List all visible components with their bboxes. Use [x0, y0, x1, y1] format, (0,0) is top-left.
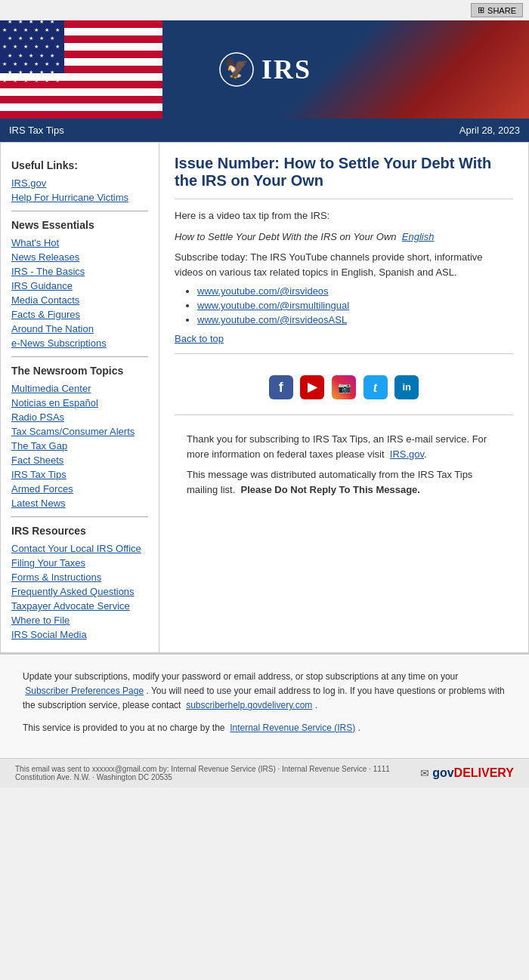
subscriber-preferences-link[interactable]: Subscriber Preferences Page [25, 686, 144, 696]
svg-text:🦅: 🦅 [224, 56, 249, 80]
irs-resources-title: IRS Resources [11, 525, 148, 537]
english-link[interactable]: English [402, 231, 435, 242]
irs-link-bottom[interactable]: Internal Revenue Service (IRS) [230, 723, 355, 733]
youtube-links-list: www.youtube.com/@irsvideos www.youtube.c… [197, 285, 513, 325]
sidebar-item-taxpayer-advocate[interactable]: Taxpayer Advocate Service [11, 600, 148, 612]
sidebar-divider-1 [11, 211, 148, 211]
footer-distributed-text: This message was distributed automatical… [187, 467, 501, 497]
main-layout: Useful Links: IRS.gov Help For Hurricane… [0, 142, 529, 653]
content-divider-2 [175, 353, 513, 354]
sidebar-item-whats-hot[interactable]: What's Hot [11, 237, 148, 248]
service-end: . [358, 723, 360, 733]
sidebar-item-radio-psas[interactable]: Radio PSAs [11, 411, 148, 423]
sidebar-divider-3 [11, 516, 148, 517]
share-button[interactable]: ⊞ SHARE [471, 3, 523, 17]
sidebar-item-social-media[interactable]: IRS Social Media [11, 629, 148, 640]
sidebar-item-faq[interactable]: Frequently Asked Questions [11, 586, 148, 597]
instagram-icon[interactable]: 📷 [332, 375, 356, 399]
stars-decoration: ★ ★ ★ ★ ★ ★ ★ ★ ★ ★ ★ ★ ★ ★ ★ ★ ★ ★ ★ ★ … [2, 20, 62, 85]
youtube-link-2[interactable]: www.youtube.com/@irsmultilingual [197, 300, 349, 311]
youtube-link-3[interactable]: www.youtube.com/@irsvideosASL [197, 314, 347, 325]
govdelivery-logo: govDELIVERY [432, 766, 514, 780]
sidebar-item-tax-scams[interactable]: Tax Scams/Consumer Alerts [11, 426, 148, 437]
sidebar-item-forms-instructions[interactable]: Forms & Instructions [11, 572, 148, 583]
bottom-section: Update your subscriptions, modify your p… [0, 653, 529, 758]
sidebar-item-facts-figures[interactable]: Facts & Figures [11, 309, 148, 320]
thank-you-text: Thank you for subscribing to IRS Tax Tip… [187, 432, 501, 461]
sidebar-item-multimedia[interactable]: Multimedia Center [11, 383, 148, 394]
italic-text-span: How to Settle Your Debt With the IRS on … [175, 231, 397, 242]
sidebar-item-enews[interactable]: e-News Subscriptions [11, 337, 148, 349]
sidebar-item-news-releases[interactable]: News Releases [11, 251, 148, 263]
italic-description: How to Settle Your Debt With the IRS on … [175, 230, 513, 245]
main-content: Issue Number: How to Settle Your Debt Wi… [159, 143, 528, 652]
sidebar-item-filing-taxes[interactable]: Filing Your Taxes [11, 557, 148, 569]
sidebar-item-tax-gap[interactable]: The Tax Gap [11, 440, 148, 451]
update-text-1: Update your subscriptions, modify your p… [23, 671, 458, 682]
header-logo: 🦅 IRS [218, 51, 311, 88]
sidebar-item-media-contacts[interactable]: Media Contacts [11, 294, 148, 306]
facebook-icon[interactable]: f [269, 375, 293, 399]
share-label: SHARE [487, 6, 516, 15]
share-bar: ⊞ SHARE [0, 0, 529, 20]
sidebar-item-irs-tax-tips[interactable]: IRS Tax Tips [11, 469, 148, 480]
update-text-3: . [315, 700, 317, 710]
sidebar-item-armed-forces[interactable]: Armed Forces [11, 483, 148, 495]
sidebar-item-fact-sheets[interactable]: Fact Sheets [11, 455, 148, 466]
social-icons-bar: f ▶ 📷 t in [175, 363, 513, 405]
content-divider-3 [175, 414, 513, 415]
news-essentials-title: News Essentials [11, 219, 148, 231]
irs-eagle-icon: 🦅 [218, 51, 255, 88]
useful-links-title: Useful Links: [11, 159, 148, 171]
govdelivery-branding: ✉ govDELIVERY [420, 766, 514, 780]
twitter-icon[interactable]: t [363, 375, 388, 399]
irs-logo-text: IRS [261, 54, 311, 85]
very-bottom-bar: This email was sent to xxxxxx@gmail.com … [0, 758, 529, 787]
flag-decoration: ★ ★ ★ ★ ★ ★ ★ ★ ★ ★ ★ ★ ★ ★ ★ ★ ★ ★ ★ ★ … [0, 20, 162, 119]
youtube-icon[interactable]: ▶ [300, 375, 324, 399]
sidebar-item-hurricane[interactable]: Help For Hurricane Victims [11, 192, 148, 203]
govdelivery-help-link[interactable]: subscriberhelp.govdelivery.com [186, 700, 312, 710]
sidebar-item-irs-guidance[interactable]: IRS Guidance [11, 280, 148, 291]
header-banner: ★ ★ ★ ★ ★ ★ ★ ★ ★ ★ ★ ★ ★ ★ ★ ★ ★ ★ ★ ★ … [0, 20, 529, 119]
footer-note-section: Thank you for subscribing to IRS Tax Tip… [175, 424, 513, 510]
page-date: April 28, 2023 [459, 125, 520, 136]
sidebar-item-local-office[interactable]: Contact Your Local IRS Office [11, 543, 148, 554]
subscribe-text: Subscribe today: The IRS YouTube channel… [175, 250, 513, 279]
sidebar-item-irs-gov[interactable]: IRS.gov [11, 177, 148, 189]
sidebar-item-where-to-file[interactable]: Where to File [11, 615, 148, 626]
linkedin-icon[interactable]: in [394, 375, 419, 399]
article-title: Issue Number: How to Settle Your Debt Wi… [175, 155, 513, 190]
update-subscriptions-text: Update your subscriptions, modify your p… [23, 670, 506, 713]
share-icon: ⊞ [478, 5, 484, 15]
envelope-icon: ✉ [420, 767, 429, 779]
sidebar-item-latest-news[interactable]: Latest News [11, 498, 148, 509]
sidebar: Useful Links: IRS.gov Help For Hurricane… [1, 143, 159, 652]
service-text: This service is provided to you at no ch… [23, 723, 224, 733]
service-provided-text: This service is provided to you at no ch… [23, 721, 506, 735]
email-sent-text: This email was sent to xxxxxx@gmail.com … [15, 765, 420, 781]
back-to-top-link[interactable]: Back to top [175, 333, 224, 344]
sidebar-item-around-nation[interactable]: Around The Nation [11, 323, 148, 334]
content-divider-1 [175, 199, 513, 199]
youtube-link-1[interactable]: www.youtube.com/@irsvideos [197, 285, 329, 297]
footer-thank-you-span: Thank you for subscribing to IRS Tax Tip… [187, 433, 487, 460]
footer-bold-text: Please Do Not Reply To This Message. [241, 484, 420, 495]
irs-gov-footer-link[interactable]: IRS.gov [390, 448, 424, 460]
title-bar: IRS Tax Tips April 28, 2023 [0, 119, 529, 142]
sidebar-item-noticias[interactable]: Noticias en Español [11, 397, 148, 408]
page-title: IRS Tax Tips [9, 125, 64, 136]
newsroom-topics-title: The Newsroom Topics [11, 365, 148, 377]
sidebar-item-irs-basics[interactable]: IRS - The Basics [11, 266, 148, 277]
intro-text: Here is a video tax tip from the IRS: [175, 208, 513, 223]
sidebar-divider-2 [11, 356, 148, 357]
